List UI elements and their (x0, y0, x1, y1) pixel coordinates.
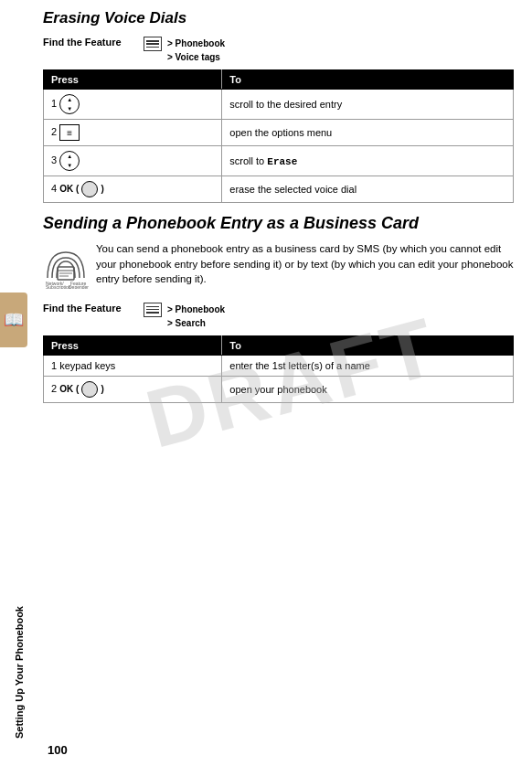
table-row: 1 keypad keys enter the 1st letter(s) of… (44, 355, 514, 376)
find-feature-label-1: Find the Feature (43, 37, 144, 48)
table-row: 2 OK ( ) open your phonebook (44, 376, 514, 402)
scroll-icon-3 (59, 151, 80, 171)
bookmark-icon: 📖 (4, 310, 24, 330)
bookmark-tab: 📖 (0, 293, 27, 347)
section2-title: Sending a Phonebook Entry as a Business … (43, 214, 514, 234)
feature-icon-area-2: > Phonebook > Search (144, 303, 225, 330)
table2-header-press: Press (44, 335, 222, 355)
sidebar: 📖 Setting Up Your Phonebook (0, 0, 38, 766)
table1-row2-to: open the options menu (222, 120, 514, 146)
sidebar-label: Setting Up Your Phonebook (14, 606, 25, 739)
table-row: 4 OK ( ) erase the selected voice dial (44, 176, 514, 203)
table1-row4-press: 4 OK ( ) (44, 176, 222, 203)
ok-close-2: ) (101, 384, 103, 394)
circle-btn-2 (81, 381, 98, 398)
section2-body: Network/ Subscription Dependent Feature … (43, 241, 514, 293)
page-number: 100 (48, 743, 68, 757)
menu-nav-icon-2 (144, 303, 162, 317)
circle-btn-1 (81, 181, 98, 197)
feature-path-2: > Phonebook > Search (167, 303, 225, 330)
feature-icon-area-1: > Phonebook > Voice tags (144, 37, 225, 64)
table-row: 2 open the options menu (44, 120, 514, 146)
svg-text:Feature: Feature (70, 281, 86, 286)
network-subscription-icon: Network/ Subscription Dependent Feature (43, 243, 89, 289)
ok-close-1: ) (101, 184, 103, 194)
network-icon-area: Network/ Subscription Dependent Feature (43, 243, 89, 293)
table2-row2-to: open your phonebook (222, 376, 514, 402)
find-feature-row-1: Find the Feature > Phonebook > Voice tag… (43, 37, 514, 64)
table1-row3-to: scroll to Erase (222, 146, 514, 176)
table1-row3-press: 3 (44, 146, 222, 176)
section2-body-text: You can send a phonebook entry as a busi… (96, 243, 513, 284)
table2-header-to: To (222, 335, 514, 355)
table1-header-press: Press (44, 70, 222, 90)
press-table-1: Press To 1 scroll to the desired entry 2 (43, 69, 514, 203)
find-feature-label-2: Find the Feature (43, 303, 144, 314)
feature-path-1: > Phonebook > Voice tags (167, 37, 225, 64)
svg-text:Subscription: Subscription (46, 284, 71, 289)
scroll-icon-1 (59, 94, 80, 114)
table2-row1-press: 1 keypad keys (44, 355, 222, 376)
ok-label-2: OK ( (59, 384, 79, 394)
table1-header-to: To (222, 70, 514, 90)
table2-row1-to: enter the 1st letter(s) of a name (222, 355, 514, 376)
menu-btn-icon-2 (59, 124, 80, 141)
main-content: 100 Erasing Voice Dials Find the Feature… (38, 0, 532, 766)
table-row: 3 scroll to Erase (44, 146, 514, 176)
press-table-2: Press To 1 keypad keys enter the 1st let… (43, 335, 514, 403)
table1-row1-press: 1 (44, 90, 222, 120)
table1-row1-to: scroll to the desired entry (222, 90, 514, 120)
table2-row2-press: 2 OK ( ) (44, 376, 222, 402)
table-row: 1 scroll to the desired entry (44, 90, 514, 120)
erase-code: Erase (267, 156, 297, 167)
keypad-keys-label: keypad keys (59, 360, 115, 371)
menu-nav-icon-1 (144, 37, 162, 51)
ok-label-1: OK ( (59, 184, 79, 194)
section1-title: Erasing Voice Dials (43, 9, 514, 27)
find-feature-row-2: Find the Feature > Phonebook > Search (43, 303, 514, 330)
table1-row2-press: 2 (44, 120, 222, 146)
table1-row4-to: erase the selected voice dial (222, 176, 514, 203)
